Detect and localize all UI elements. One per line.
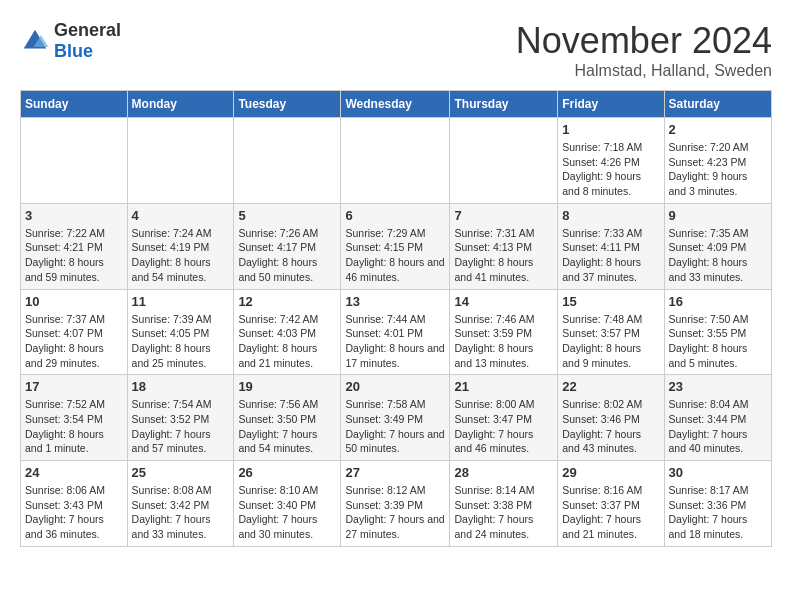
calendar-cell: [21, 118, 128, 204]
calendar-cell: 15Sunrise: 7:48 AMSunset: 3:57 PMDayligh…: [558, 289, 664, 375]
day-info: Sunrise: 7:56 AMSunset: 3:50 PMDaylight:…: [238, 397, 336, 456]
location-title: Halmstad, Halland, Sweden: [516, 62, 772, 80]
day-number: 9: [669, 208, 767, 223]
day-info: Sunrise: 7:42 AMSunset: 4:03 PMDaylight:…: [238, 312, 336, 371]
day-number: 18: [132, 379, 230, 394]
weekday-header-monday: Monday: [127, 91, 234, 118]
day-info: Sunrise: 7:37 AMSunset: 4:07 PMDaylight:…: [25, 312, 123, 371]
day-info: Sunrise: 7:39 AMSunset: 4:05 PMDaylight:…: [132, 312, 230, 371]
day-number: 30: [669, 465, 767, 480]
day-info: Sunrise: 7:26 AMSunset: 4:17 PMDaylight:…: [238, 226, 336, 285]
calendar-cell: 26Sunrise: 8:10 AMSunset: 3:40 PMDayligh…: [234, 461, 341, 547]
week-row-2: 3Sunrise: 7:22 AMSunset: 4:21 PMDaylight…: [21, 203, 772, 289]
day-number: 20: [345, 379, 445, 394]
logo-icon: [20, 26, 50, 56]
month-title: November 2024: [516, 20, 772, 62]
day-info: Sunrise: 8:02 AMSunset: 3:46 PMDaylight:…: [562, 397, 659, 456]
calendar-cell: 27Sunrise: 8:12 AMSunset: 3:39 PMDayligh…: [341, 461, 450, 547]
week-row-3: 10Sunrise: 7:37 AMSunset: 4:07 PMDayligh…: [21, 289, 772, 375]
calendar-cell: 24Sunrise: 8:06 AMSunset: 3:43 PMDayligh…: [21, 461, 128, 547]
calendar-table: SundayMondayTuesdayWednesdayThursdayFrid…: [20, 90, 772, 547]
calendar-cell: [234, 118, 341, 204]
day-number: 29: [562, 465, 659, 480]
weekday-header-row: SundayMondayTuesdayWednesdayThursdayFrid…: [21, 91, 772, 118]
calendar-cell: 8Sunrise: 7:33 AMSunset: 4:11 PMDaylight…: [558, 203, 664, 289]
calendar-cell: 2Sunrise: 7:20 AMSunset: 4:23 PMDaylight…: [664, 118, 771, 204]
day-info: Sunrise: 7:44 AMSunset: 4:01 PMDaylight:…: [345, 312, 445, 371]
day-number: 8: [562, 208, 659, 223]
weekday-header-wednesday: Wednesday: [341, 91, 450, 118]
day-number: 13: [345, 294, 445, 309]
day-number: 16: [669, 294, 767, 309]
logo-general: General: [54, 20, 121, 41]
calendar-cell: 9Sunrise: 7:35 AMSunset: 4:09 PMDaylight…: [664, 203, 771, 289]
calendar-cell: 10Sunrise: 7:37 AMSunset: 4:07 PMDayligh…: [21, 289, 128, 375]
calendar-cell: 22Sunrise: 8:02 AMSunset: 3:46 PMDayligh…: [558, 375, 664, 461]
day-info: Sunrise: 7:24 AMSunset: 4:19 PMDaylight:…: [132, 226, 230, 285]
day-info: Sunrise: 8:12 AMSunset: 3:39 PMDaylight:…: [345, 483, 445, 542]
day-info: Sunrise: 8:00 AMSunset: 3:47 PMDaylight:…: [454, 397, 553, 456]
day-number: 4: [132, 208, 230, 223]
calendar-cell: 19Sunrise: 7:56 AMSunset: 3:50 PMDayligh…: [234, 375, 341, 461]
calendar-cell: 3Sunrise: 7:22 AMSunset: 4:21 PMDaylight…: [21, 203, 128, 289]
day-number: 5: [238, 208, 336, 223]
day-info: Sunrise: 7:52 AMSunset: 3:54 PMDaylight:…: [25, 397, 123, 456]
logo-text: General Blue: [54, 20, 121, 62]
calendar-cell: 25Sunrise: 8:08 AMSunset: 3:42 PMDayligh…: [127, 461, 234, 547]
calendar-cell: 6Sunrise: 7:29 AMSunset: 4:15 PMDaylight…: [341, 203, 450, 289]
day-info: Sunrise: 7:35 AMSunset: 4:09 PMDaylight:…: [669, 226, 767, 285]
calendar-cell: 18Sunrise: 7:54 AMSunset: 3:52 PMDayligh…: [127, 375, 234, 461]
calendar-cell: 5Sunrise: 7:26 AMSunset: 4:17 PMDaylight…: [234, 203, 341, 289]
weekday-header-thursday: Thursday: [450, 91, 558, 118]
day-number: 26: [238, 465, 336, 480]
day-info: Sunrise: 8:10 AMSunset: 3:40 PMDaylight:…: [238, 483, 336, 542]
week-row-4: 17Sunrise: 7:52 AMSunset: 3:54 PMDayligh…: [21, 375, 772, 461]
day-number: 23: [669, 379, 767, 394]
day-info: Sunrise: 7:31 AMSunset: 4:13 PMDaylight:…: [454, 226, 553, 285]
calendar-cell: 29Sunrise: 8:16 AMSunset: 3:37 PMDayligh…: [558, 461, 664, 547]
day-info: Sunrise: 8:16 AMSunset: 3:37 PMDaylight:…: [562, 483, 659, 542]
day-info: Sunrise: 7:50 AMSunset: 3:55 PMDaylight:…: [669, 312, 767, 371]
day-info: Sunrise: 7:18 AMSunset: 4:26 PMDaylight:…: [562, 140, 659, 199]
day-info: Sunrise: 7:58 AMSunset: 3:49 PMDaylight:…: [345, 397, 445, 456]
day-number: 15: [562, 294, 659, 309]
day-info: Sunrise: 8:06 AMSunset: 3:43 PMDaylight:…: [25, 483, 123, 542]
calendar-cell: 16Sunrise: 7:50 AMSunset: 3:55 PMDayligh…: [664, 289, 771, 375]
weekday-header-tuesday: Tuesday: [234, 91, 341, 118]
calendar-cell: 23Sunrise: 8:04 AMSunset: 3:44 PMDayligh…: [664, 375, 771, 461]
day-number: 10: [25, 294, 123, 309]
day-number: 17: [25, 379, 123, 394]
day-number: 28: [454, 465, 553, 480]
day-number: 22: [562, 379, 659, 394]
week-row-1: 1Sunrise: 7:18 AMSunset: 4:26 PMDaylight…: [21, 118, 772, 204]
calendar-cell: 21Sunrise: 8:00 AMSunset: 3:47 PMDayligh…: [450, 375, 558, 461]
calendar-cell: [450, 118, 558, 204]
title-section: November 2024 Halmstad, Halland, Sweden: [516, 20, 772, 80]
calendar-cell: 7Sunrise: 7:31 AMSunset: 4:13 PMDaylight…: [450, 203, 558, 289]
calendar-cell: 14Sunrise: 7:46 AMSunset: 3:59 PMDayligh…: [450, 289, 558, 375]
day-number: 25: [132, 465, 230, 480]
calendar-cell: [341, 118, 450, 204]
day-number: 24: [25, 465, 123, 480]
weekday-header-sunday: Sunday: [21, 91, 128, 118]
day-number: 12: [238, 294, 336, 309]
day-number: 27: [345, 465, 445, 480]
calendar-cell: 11Sunrise: 7:39 AMSunset: 4:05 PMDayligh…: [127, 289, 234, 375]
logo-blue: Blue: [54, 41, 121, 62]
day-info: Sunrise: 7:20 AMSunset: 4:23 PMDaylight:…: [669, 140, 767, 199]
calendar-cell: 12Sunrise: 7:42 AMSunset: 4:03 PMDayligh…: [234, 289, 341, 375]
day-info: Sunrise: 8:14 AMSunset: 3:38 PMDaylight:…: [454, 483, 553, 542]
day-info: Sunrise: 8:08 AMSunset: 3:42 PMDaylight:…: [132, 483, 230, 542]
day-number: 14: [454, 294, 553, 309]
day-info: Sunrise: 8:17 AMSunset: 3:36 PMDaylight:…: [669, 483, 767, 542]
day-info: Sunrise: 7:46 AMSunset: 3:59 PMDaylight:…: [454, 312, 553, 371]
calendar-cell: 17Sunrise: 7:52 AMSunset: 3:54 PMDayligh…: [21, 375, 128, 461]
calendar-cell: [127, 118, 234, 204]
day-number: 1: [562, 122, 659, 137]
week-row-5: 24Sunrise: 8:06 AMSunset: 3:43 PMDayligh…: [21, 461, 772, 547]
logo: General Blue: [20, 20, 121, 62]
day-info: Sunrise: 7:22 AMSunset: 4:21 PMDaylight:…: [25, 226, 123, 285]
day-number: 6: [345, 208, 445, 223]
calendar-cell: 30Sunrise: 8:17 AMSunset: 3:36 PMDayligh…: [664, 461, 771, 547]
day-info: Sunrise: 7:33 AMSunset: 4:11 PMDaylight:…: [562, 226, 659, 285]
